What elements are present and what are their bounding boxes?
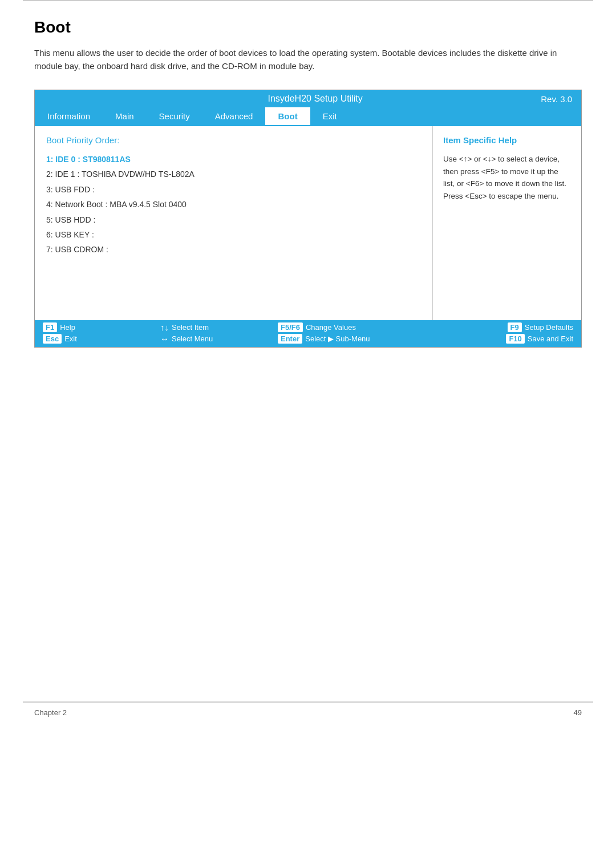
boot-item-2[interactable]: 2: IDE 1 : TOSHIBA DVDW/HD TS-L802A: [46, 167, 421, 182]
bios-main-panel: Boot Priority Order: 1: IDE 0 : ST980811…: [35, 126, 433, 320]
sidebar-help-text: Use <↑> or <↓> to select a device, then …: [443, 153, 571, 202]
boot-item-5[interactable]: 5: USB HDD :: [46, 212, 421, 227]
footer-select-item: ↑↓ Select Item: [160, 322, 274, 332]
bios-sidebar: Item Specific Help Use <↑> or <↓> to sel…: [433, 126, 581, 320]
nav-item-security[interactable]: Security: [147, 107, 202, 125]
page-number: 49: [574, 708, 582, 717]
bios-nav: Information Main Security Advanced Boot …: [35, 107, 581, 126]
bios-title: InsydeH20 Setup Utility: [90, 94, 541, 104]
label-setup-defaults: Setup Defaults: [525, 323, 573, 332]
nav-item-boot[interactable]: Boot: [265, 107, 310, 125]
footer-f1: F1 Help: [43, 322, 157, 332]
footer-select-submenu: Enter Select ▶ Sub-Menu: [278, 334, 502, 344]
page-description: This menu allows the user to decide the …: [34, 47, 582, 72]
key-f1: F1: [43, 322, 57, 332]
nav-item-advanced[interactable]: Advanced: [202, 107, 266, 125]
bios-rev: Rev. 3.0: [541, 94, 572, 104]
key-f9: F9: [508, 322, 522, 332]
nav-item-information[interactable]: Information: [35, 107, 103, 125]
nav-item-exit[interactable]: Exit: [310, 107, 350, 125]
footer-esc: Esc Exit: [43, 334, 157, 344]
footer-save-exit: F10 Save and Exit: [506, 334, 573, 344]
footer-change-values: F5/F6 Change Values: [278, 322, 504, 332]
sidebar-title: Item Specific Help: [443, 135, 571, 145]
key-esc: Esc: [43, 334, 62, 344]
footer-setup-defaults: F9 Setup Defaults: [508, 322, 573, 332]
boot-item-3[interactable]: 3: USB FDD :: [46, 182, 421, 197]
page-title: Boot: [34, 18, 582, 37]
bios-container: InsydeH20 Setup Utility Rev. 3.0 Informa…: [34, 90, 582, 348]
label-change-values: Change Values: [306, 323, 356, 332]
bios-footer: F1 Help ↑↓ Select Item F5/F6 Change Valu…: [35, 320, 581, 347]
boot-item-6[interactable]: 6: USB KEY :: [46, 227, 421, 242]
label-save-exit: Save and Exit: [528, 334, 573, 343]
arrow-updown-icon: ↑↓: [160, 322, 169, 332]
page-footer: Chapter 2 49: [0, 703, 616, 723]
bios-header: InsydeH20 Setup Utility Rev. 3.0: [35, 90, 581, 107]
boot-item-7[interactable]: 7: USB CDROM :: [46, 242, 421, 257]
key-enter: Enter: [278, 334, 302, 344]
label-select-submenu: Select ▶ Sub-Menu: [305, 334, 370, 343]
label-select-menu: Select Menu: [172, 334, 213, 343]
key-f10: F10: [506, 334, 524, 344]
bios-body: Boot Priority Order: 1: IDE 0 : ST980811…: [35, 126, 581, 320]
boot-item-4[interactable]: 4: Network Boot : MBA v9.4.5 Slot 0400: [46, 197, 421, 212]
footer-select-menu: ↔ Select Menu: [160, 334, 274, 344]
label-select-item: Select Item: [172, 323, 209, 332]
boot-priority-label: Boot Priority Order:: [46, 135, 421, 145]
nav-item-main[interactable]: Main: [103, 107, 147, 125]
boot-item-1[interactable]: 1: IDE 0 : ST980811AS: [46, 152, 421, 167]
footer-row-1: F1 Help ↑↓ Select Item F5/F6 Change Valu…: [43, 322, 573, 332]
chapter-label: Chapter 2: [34, 708, 67, 717]
key-f5f6: F5/F6: [278, 322, 303, 332]
label-exit: Exit: [64, 334, 77, 343]
footer-row-2: Esc Exit ↔ Select Menu Enter Select ▶ Su…: [43, 334, 573, 344]
label-help: Help: [60, 323, 75, 332]
arrow-leftright-icon: ↔: [160, 334, 169, 344]
